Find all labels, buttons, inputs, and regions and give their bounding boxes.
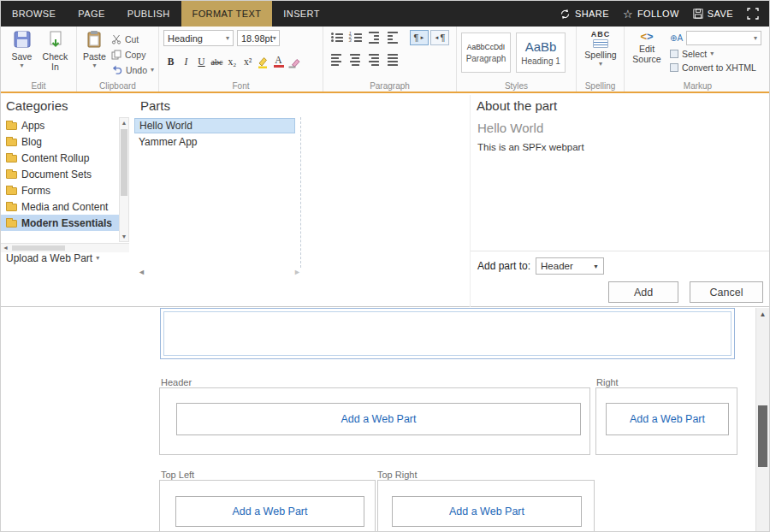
highlighter-icon [257,56,270,68]
left-arrow-icon: ◄ [435,35,440,40]
category-item-modern-essentials[interactable]: Modern Essentials [1,215,119,231]
share-button[interactable]: SHARE [560,9,609,20]
right-arrow-icon: ► [419,35,424,40]
scrollbar-thumb[interactable] [121,129,127,196]
spelling-group-label: Spelling [577,81,624,91]
style-heading-1[interactable]: AaBb Heading 1 [516,33,566,73]
align-center-icon [350,54,360,66]
align-left-button[interactable] [328,52,345,68]
font-style-dropdown[interactable]: Heading ▾ [163,30,234,46]
add-web-part-button-right[interactable]: Add a Web Part [606,403,729,435]
copy-icon [111,50,121,60]
upload-web-part-link[interactable]: Upload a Web Part ▾ [6,252,99,264]
highlight-color-button[interactable] [256,54,270,69]
scroll-up-arrow-icon[interactable]: ▲ [120,120,128,126]
convert-to-xhtml-button[interactable]: Convert to XHTML [670,62,761,73]
check-in-icon [46,30,65,50]
cancel-button[interactable]: Cancel [690,281,763,303]
check-in-button[interactable]: Check In [38,30,72,72]
add-web-part-button-top-right[interactable]: Add a Web Part [392,496,582,527]
bold-button[interactable]: B [163,54,178,69]
tab-publish[interactable]: PUBLISH [116,1,181,27]
language-dropdown[interactable]: ▾ [686,31,761,45]
spelling-label: Spelling [584,50,616,61]
align-center-button[interactable] [346,52,364,68]
category-item-blog[interactable]: Blog [1,133,119,150]
scroll-left-arrow-icon[interactable]: ◄ [3,245,9,251]
category-item-document-sets[interactable]: Document Sets [1,166,119,182]
save-disk-icon [693,9,703,19]
add-part-to-label: Add part to: [477,260,530,272]
superscript-button[interactable]: x² [240,54,255,69]
scroll-up-arrow-icon[interactable]: ▲ [756,310,769,318]
suite-save-button[interactable]: SAVE [693,9,733,19]
zone-label-top-left: Top Left [161,470,194,480]
ribbon-group-clipboard: Paste ▾ Cut Copy Undo ▾ [76,27,158,92]
justify-button[interactable] [384,52,401,68]
folder-icon [6,171,17,179]
font-color-bar [274,65,284,68]
font-size-value: 18.98pt [241,33,273,44]
scrollbar-thumb[interactable] [758,405,767,467]
categories-horizontal-scrollbar[interactable]: ◄ [1,243,129,252]
category-item-content-rollup[interactable]: Content Rollup [1,150,119,166]
italic-button[interactable]: I [179,54,193,69]
tab-page[interactable]: PAGE [67,1,116,27]
copy-button[interactable]: Copy [111,48,154,61]
underline-button[interactable]: U [194,54,209,69]
save-button[interactable]: Save ▾ [5,30,38,72]
add-button[interactable]: Add [608,281,678,303]
edit-source-button[interactable]: <> Edit Source [629,30,665,73]
parts-page-right-icon[interactable]: ► [293,268,301,276]
style-paragraph[interactable]: AaBbCcDdI Paragraph [461,33,511,73]
share-icon [560,9,571,20]
scissors-icon [111,34,121,44]
category-label: Document Sets [21,168,92,180]
save-button-label: Save [12,52,33,62]
paste-button[interactable]: Paste ▾ [81,30,108,76]
select-menu-button[interactable]: Select ▾ [670,49,761,59]
font-group-label: Font [159,81,323,91]
add-web-part-button-header[interactable]: Add a Web Part [176,403,581,435]
category-item-apps[interactable]: Apps [1,117,119,133]
scroll-down-arrow-icon[interactable]: ▼ [120,233,128,239]
bulleted-list-button[interactable] [328,30,345,45]
caret-down-icon: ▾ [92,62,96,69]
add-part-to-select[interactable]: Header ▼ [536,257,604,275]
tab-insert[interactable]: INSERT [272,1,331,27]
part-item-yammer-app[interactable]: Yammer App [134,134,295,150]
numbered-list-button[interactable] [346,30,364,45]
categories-vertical-scrollbar[interactable]: ▲ ▼ [119,117,129,242]
font-size-dropdown[interactable]: 18.98pt ▾ [237,30,280,46]
strikethrough-button[interactable]: abc [210,54,224,69]
zone-label-top-right: Top Right [377,470,417,480]
increase-indent-button[interactable] [384,30,401,45]
spelling-button[interactable]: ABC Spelling ▾ [581,30,620,68]
text-direction-rtl-button[interactable]: ◄ ¶ [430,30,449,45]
category-item-media-and-content[interactable]: Media and Content [1,198,119,215]
decrease-indent-button[interactable] [365,30,382,45]
subscript-button[interactable]: x₂ [225,54,240,69]
font-color-button[interactable]: A [271,54,286,69]
focus-on-content-button[interactable] [747,8,759,20]
parts-page-left-icon[interactable]: ◄ [138,268,145,276]
follow-button[interactable]: ☆ FOLLOW [623,9,679,20]
category-item-forms[interactable]: Forms [1,182,119,198]
follow-star-icon: ☆ [623,9,633,20]
add-web-part-button-top-left[interactable]: Add a Web Part [175,496,364,527]
numbered-list-icon [349,33,362,42]
part-item-hello-world[interactable]: Hello World [134,118,295,133]
language-dropdown-row: ⊕A ▾ [670,31,761,45]
text-direction-ltr-button[interactable]: ¶ ► [410,30,429,45]
align-right-button[interactable] [365,52,382,68]
paragraph-group-label: Paragraph [323,81,456,91]
folder-icon [6,187,17,195]
cut-button[interactable]: Cut [111,33,154,45]
undo-button[interactable]: Undo ▾ [111,63,154,76]
clear-format-button[interactable] [287,54,301,69]
selected-web-part-outline[interactable] [160,308,735,359]
tab-format-text[interactable]: FORMAT TEXT [181,1,273,27]
page-vertical-scrollbar[interactable]: ▲ [755,308,769,531]
tab-browse[interactable]: BROWSE [1,1,67,27]
scrollbar-thumb[interactable] [12,245,65,251]
